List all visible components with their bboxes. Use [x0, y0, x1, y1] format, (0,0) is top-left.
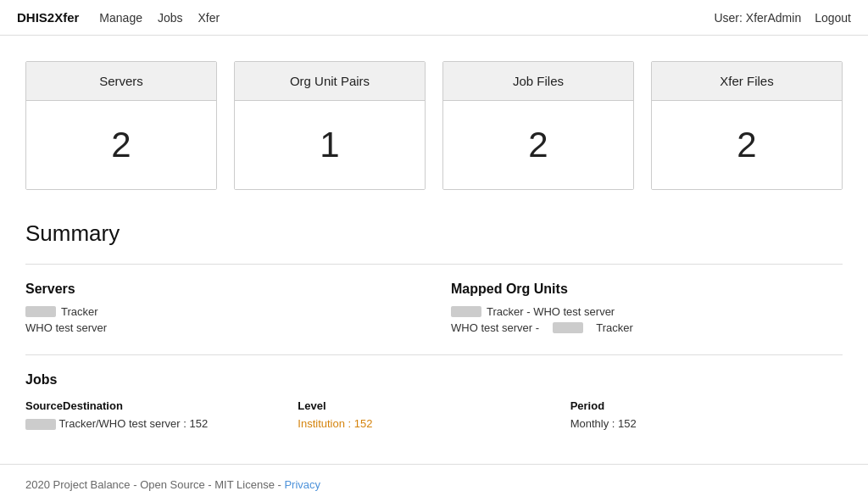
- mapped-2-text2: Tracker: [596, 321, 633, 334]
- jobs-section: Jobs SourceDestination Tracker/WHO test …: [25, 354, 843, 447]
- servers-col-title: Servers: [25, 282, 417, 297]
- footer-text: 2020 Project Balance - Open Source - MIT…: [25, 478, 284, 491]
- nav-xfer[interactable]: Xfer: [198, 11, 220, 25]
- server-1-text: Tracker: [61, 305, 98, 318]
- jobs-col-level: Level Institution : 152: [298, 399, 570, 430]
- servers-mapped-section: Servers Tracker WHO test server Mapped O…: [25, 264, 843, 354]
- mapped-org-units-col-title: Mapped Org Units: [451, 282, 843, 297]
- mapped-2-text: WHO test server -: [451, 321, 539, 334]
- card-servers-value: 2: [26, 101, 216, 189]
- jobs-heading: Jobs: [25, 372, 843, 388]
- summary-heading: Summary: [25, 220, 843, 247]
- brand-logo: DHIS2Xfer: [17, 10, 79, 25]
- logout-button[interactable]: Logout: [815, 11, 851, 25]
- mapped-item-2: WHO test server - Tracker: [451, 321, 843, 334]
- mapped-2-blurred: [553, 322, 583, 333]
- jobs-col-period: Period Monthly : 152: [570, 399, 843, 430]
- card-org-unit-pairs-value: 1: [235, 101, 425, 189]
- card-xfer-files-value: 2: [652, 101, 842, 189]
- server-2-text: WHO test server: [25, 321, 107, 334]
- jobs-col-source-destination: SourceDestination Tracker/WHO test serve…: [25, 399, 298, 430]
- jobs-source-text: Tracker/WHO test server : 152: [58, 417, 208, 430]
- jobs-col-source-value: Tracker/WHO test server : 152: [25, 417, 298, 430]
- card-xfer-files: Xfer Files 2: [651, 61, 843, 190]
- server-1-blurred: [25, 306, 56, 317]
- nav-manage[interactable]: Manage: [99, 11, 142, 25]
- header: DHIS2Xfer Manage Jobs Xfer User: XferAdm…: [0, 0, 868, 36]
- card-servers-title: Servers: [26, 62, 216, 101]
- server-item-1: Tracker: [25, 305, 417, 318]
- server-item-2: WHO test server: [25, 321, 417, 334]
- jobs-col-level-header: Level: [298, 399, 570, 412]
- footer-privacy-link[interactable]: Privacy: [284, 478, 320, 491]
- nav-jobs[interactable]: Jobs: [158, 11, 183, 25]
- servers-column: Servers Tracker WHO test server: [25, 282, 417, 337]
- card-org-unit-pairs: Org Unit Pairs 1: [234, 61, 426, 190]
- jobs-col-period-header: Period: [570, 399, 843, 412]
- card-xfer-files-title: Xfer Files: [652, 62, 842, 101]
- jobs-table: SourceDestination Tracker/WHO test serve…: [25, 399, 843, 430]
- jobs-source-blurred: [25, 419, 56, 430]
- main-content: Servers 2 Org Unit Pairs 1 Job Files 2 X…: [0, 36, 868, 447]
- jobs-col-source-header: SourceDestination: [25, 399, 298, 412]
- card-job-files: Job Files 2: [442, 61, 634, 190]
- stat-cards-row: Servers 2 Org Unit Pairs 1 Job Files 2 X…: [25, 61, 843, 190]
- jobs-col-period-value: Monthly : 152: [570, 417, 843, 430]
- mapped-org-units-column: Mapped Org Units Tracker - WHO test serv…: [451, 282, 843, 337]
- mapped-1-text: Tracker - WHO test server: [487, 305, 615, 318]
- card-servers: Servers 2: [25, 61, 217, 190]
- card-job-files-value: 2: [443, 101, 633, 189]
- footer: 2020 Project Balance - Open Source - MIT…: [0, 464, 868, 502]
- user-label: User: XferAdmin: [714, 11, 801, 25]
- mapped-item-1: Tracker - WHO test server: [451, 305, 843, 318]
- header-user-area: User: XferAdmin Logout: [714, 11, 851, 25]
- summary-columns: Servers Tracker WHO test server Mapped O…: [25, 282, 843, 337]
- jobs-col-level-value: Institution : 152: [298, 417, 570, 430]
- card-org-unit-pairs-title: Org Unit Pairs: [235, 62, 425, 101]
- mapped-1-blurred: [451, 306, 481, 317]
- main-nav: Manage Jobs Xfer: [99, 11, 714, 25]
- card-job-files-title: Job Files: [443, 62, 633, 101]
